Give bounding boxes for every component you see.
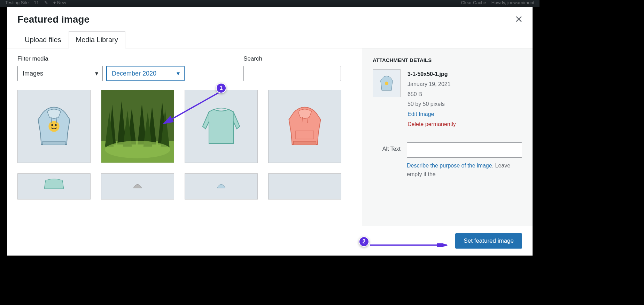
comments-count[interactable]: 11 [34,0,39,7]
alt-text-label: Alt Text [373,142,401,152]
hoodie-blue-small-icon [211,177,232,195]
media-main-panel: Filter media Images December 2020 Search [7,48,362,226]
tabs: Upload files Media Library [7,31,533,48]
close-icon[interactable]: ✕ [515,15,523,24]
svg-rect-18 [296,131,314,139]
alt-text-help: Describe the purpose of the image. Leave… [407,161,522,179]
attachment-dimensions: 50 by 50 pixels [408,99,456,109]
forest-image-icon [101,90,174,163]
search-label: Search [243,55,341,62]
attachment-thumbnail [373,69,401,97]
filter-date-value: December 2020 [112,70,156,77]
attachment-details-sidebar: ATTACHMENT DETAILS 3-1-50x50-1.jpg Janua… [362,48,533,226]
svg-point-1 [51,124,53,126]
new-label: New [57,0,66,5]
annotation-badge-2: 2 [359,236,369,247]
attachment-details-heading: ATTACHMENT DETAILS [373,57,522,63]
svg-point-16 [105,141,170,158]
media-item[interactable] [17,173,91,200]
modal-title: Featured image [17,14,522,25]
media-item[interactable] [268,90,341,163]
admin-bar: Testing Site 11 ✎ + New Clear Cache Howd… [0,0,540,7]
modal-footer: Set featured image [7,226,533,256]
filter-date-select[interactable]: December 2020 [106,66,185,81]
filter-media-label: Filter media [17,55,185,62]
hoodie-red-icon [282,100,327,152]
describe-purpose-link[interactable]: Describe the purpose of the image [407,163,492,169]
svg-rect-17 [294,141,316,145]
search-input[interactable] [243,66,341,81]
delete-permanently-link[interactable]: Delete permanently [408,119,456,130]
media-item[interactable] [268,173,341,200]
tab-media-library[interactable]: Media Library [69,31,125,48]
howdy[interactable]: Howdy, joewarnimont [491,0,534,7]
attachment-date: January 19, 2021 [408,79,456,89]
alt-text-input[interactable] [407,142,522,158]
media-item[interactable] [101,173,174,200]
shirt-teal-icon [197,102,246,151]
hoodie-thumb-icon [378,74,395,93]
hoodie-grey-icon [127,177,148,195]
svg-rect-3 [43,141,65,145]
media-item[interactable] [185,173,258,200]
filter-type-select[interactable]: Images [17,66,103,81]
hoodie-blue-icon [31,100,77,152]
media-item[interactable] [101,90,174,163]
svg-point-0 [48,121,59,132]
site-name[interactable]: Testing Site [5,0,29,7]
filter-type-value: Images [23,70,43,77]
svg-point-2 [55,124,57,126]
featured-image-modal: ✕ Featured image Upload files Media Libr… [7,7,533,256]
clear-cache[interactable]: Clear Cache [461,0,486,7]
attachment-filename: 3-1-50x50-1.jpg [408,69,456,79]
attachment-size: 650 B [408,89,456,100]
edit-image-link[interactable]: Edit Image [408,109,456,119]
annotation-badge-1: 1 [216,83,226,93]
tab-upload-files[interactable]: Upload files [17,31,69,48]
garment-teal-icon [40,177,68,195]
svg-point-19 [385,81,388,85]
media-grid [17,90,351,200]
set-featured-image-button[interactable]: Set featured image [455,233,522,249]
media-item[interactable] [185,90,258,163]
media-item[interactable] [17,90,91,163]
